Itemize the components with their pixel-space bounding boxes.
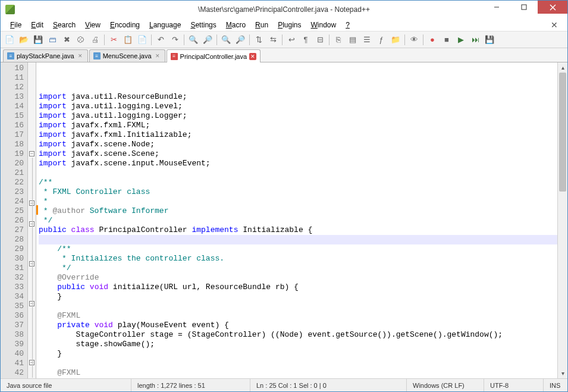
save-button[interactable]: 💾 <box>32 33 45 46</box>
menu-run[interactable]: Run <box>250 20 273 30</box>
line-number: 23 <box>1 187 24 197</box>
code-line[interactable] <box>39 302 557 311</box>
app-logo-icon <box>5 5 15 14</box>
code-line[interactable] <box>39 359 557 368</box>
code-line[interactable]: public void initialize(URL url, Resource… <box>39 283 557 292</box>
play-multi-button[interactable]: ⏭ <box>469 33 482 46</box>
code-line[interactable] <box>39 168 557 178</box>
tab-close-icon[interactable]: ✕ <box>249 53 256 60</box>
vertical-scrollbar[interactable]: ▴ ▾ <box>557 62 567 378</box>
menu-settings[interactable]: Settings <box>186 20 221 30</box>
code-line[interactable]: @Override <box>39 273 557 283</box>
menu-file[interactable]: File <box>5 20 26 30</box>
doc-map-button[interactable]: ▤ <box>346 33 359 46</box>
menu-?[interactable]: ? <box>341 20 354 30</box>
code-line[interactable]: StageController stage = (StageController… <box>39 330 557 340</box>
zoom-out-button[interactable]: 🔎 <box>234 33 247 46</box>
code-line[interactable]: import javafx.scene.input.MouseEvent; <box>39 159 557 168</box>
find-button[interactable]: 🔍 <box>187 33 200 46</box>
menu-close-doc-button[interactable]: ✕ <box>546 20 563 30</box>
monitor-button[interactable]: 👁 <box>407 33 420 46</box>
lang-button[interactable]: ⎘ <box>332 33 345 46</box>
line-number: 28 <box>1 235 24 244</box>
func-list-button[interactable]: ƒ <box>375 33 388 46</box>
stop-macro-button[interactable]: ■ <box>440 33 453 46</box>
indent-guide-button[interactable]: ⊟ <box>313 33 327 46</box>
code-line[interactable]: } <box>39 349 557 359</box>
replace-button[interactable]: 🔎 <box>201 33 214 46</box>
code-line[interactable]: */ <box>39 216 557 225</box>
line-number: 38 <box>1 330 24 340</box>
code-line[interactable]: import javafx.scene.Scene; <box>39 149 557 159</box>
word-wrap-button[interactable]: ↩ <box>285 33 298 46</box>
zoom-in-button[interactable]: 🔍 <box>219 33 233 46</box>
fold-toggle-icon[interactable]: − <box>29 151 34 156</box>
code-line[interactable]: /** <box>39 178 557 187</box>
play-macro-button[interactable]: ▶ <box>454 33 467 46</box>
close-button[interactable] <box>538 1 567 14</box>
show-all-button[interactable]: ¶ <box>299 33 312 46</box>
title-bar: \Master\src\game\PrincipalController.jav… <box>1 1 567 18</box>
code-line[interactable]: @FXML <box>39 368 557 378</box>
code-line[interactable]: public class PrincipalController impleme… <box>39 225 557 235</box>
menu-encoding[interactable]: Encoding <box>105 20 145 30</box>
code-line[interactable]: import javafx.fxml.FXML; <box>39 121 557 130</box>
tab-close-icon[interactable]: ✕ <box>154 52 161 59</box>
paste-button[interactable]: 📄 <box>136 33 149 46</box>
code-line[interactable]: private void showabout(MouseEvent event)… <box>39 378 557 378</box>
copy-button[interactable]: 📋 <box>121 33 134 46</box>
code-line[interactable]: * FXML Controller class <box>39 187 557 197</box>
save-all-button[interactable]: 🗃 <box>46 33 59 46</box>
folder-button[interactable]: 📁 <box>389 33 402 46</box>
code-line[interactable]: @FXML <box>39 311 557 321</box>
code-area[interactable]: import java.util.ResourceBundle;import j… <box>36 62 557 378</box>
menu-language[interactable]: Language <box>145 20 186 30</box>
menu-plugins[interactable]: Plugins <box>273 20 306 30</box>
tab-0[interactable]: ≡playStackPane.java✕ <box>3 49 88 62</box>
save-macro-button[interactable]: 💾 <box>483 33 496 46</box>
code-line[interactable]: stage.showGame(); <box>39 340 557 349</box>
scroll-down-icon[interactable]: ▾ <box>558 368 567 378</box>
menu-window[interactable]: Window <box>306 20 341 30</box>
cut-button[interactable]: ✂ <box>107 33 120 46</box>
menu-search[interactable]: Search <box>48 20 80 30</box>
code-line[interactable] <box>39 235 557 244</box>
menu-view[interactable]: View <box>80 20 105 30</box>
tab-2[interactable]: ≡PrincipalController.java✕ <box>167 49 261 62</box>
code-line[interactable]: * Initializes the controller class. <box>39 254 557 264</box>
code-line[interactable]: */ <box>39 264 557 273</box>
code-line[interactable]: import javafx.fxml.Initializable; <box>39 130 557 140</box>
maximize-button[interactable] <box>510 1 538 14</box>
code-line[interactable]: private void play(MouseEvent event) { <box>39 321 557 330</box>
tab-1[interactable]: ≡MenuScene.java✕ <box>89 49 165 62</box>
close-button[interactable]: ✖ <box>60 33 73 46</box>
line-number: 17 <box>1 130 24 140</box>
menu-macro[interactable]: Macro <box>221 20 250 30</box>
record-macro-button[interactable]: ● <box>426 33 439 46</box>
sync-v-button[interactable]: ⇅ <box>252 33 265 46</box>
menu-edit[interactable]: Edit <box>26 20 48 30</box>
close-all-button[interactable]: ⛒ <box>74 33 87 46</box>
minimize-button[interactable] <box>483 1 510 14</box>
new-file-button[interactable]: 📄 <box>3 33 16 46</box>
code-line[interactable]: import java.util.ResourceBundle; <box>39 92 557 102</box>
code-line[interactable]: } <box>39 292 557 302</box>
window-title: \Master\src\game\PrincipalController.jav… <box>198 5 370 14</box>
code-line[interactable]: import java.util.logging.Level; <box>39 102 557 111</box>
code-line[interactable]: * @author Software Informer <box>39 206 557 216</box>
redo-button[interactable]: ↷ <box>168 33 181 46</box>
code-line[interactable]: import javafx.scene.Node; <box>39 140 557 149</box>
scroll-thumb[interactable] <box>559 73 566 192</box>
status-filetype: Java source file <box>1 379 131 391</box>
tab-close-icon[interactable]: ✕ <box>77 52 84 59</box>
code-line[interactable]: /** <box>39 244 557 254</box>
print-button[interactable]: 🖨 <box>89 33 102 46</box>
scroll-up-icon[interactable]: ▴ <box>558 62 567 73</box>
code-line[interactable]: import java.util.logging.Logger; <box>39 111 557 121</box>
status-bar: Java source file length : 1,272 lines : … <box>1 378 567 391</box>
undo-button[interactable]: ↶ <box>154 33 167 46</box>
open-file-button[interactable]: 📂 <box>17 33 30 46</box>
code-line[interactable]: * <box>39 197 557 206</box>
sync-h-button[interactable]: ⇆ <box>266 33 280 46</box>
doc-list-button[interactable]: ☰ <box>360 33 374 46</box>
